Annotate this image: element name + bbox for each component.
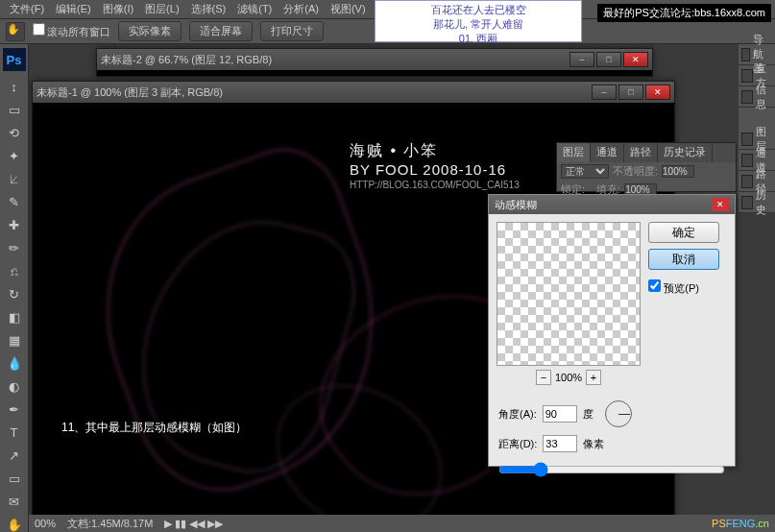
step-caption: 11、其中最上那层动感模糊（如图） — [61, 420, 247, 436]
paths-icon — [741, 175, 753, 188]
dodge-tool[interactable]: ◐ — [3, 375, 26, 397]
history-brush-tool[interactable]: ↻ — [3, 283, 26, 304]
history-icon — [741, 196, 753, 209]
menu-image[interactable]: 图像(I) — [97, 2, 139, 16]
minimize-button[interactable]: – — [569, 52, 594, 67]
cancel-button[interactable]: 取消 — [648, 249, 719, 270]
move-tool[interactable]: ↕ — [3, 76, 26, 97]
type-tool[interactable]: T — [3, 422, 26, 443]
tab-channels[interactable]: 通道 — [591, 143, 624, 162]
info-icon — [741, 90, 753, 104]
eyedropper-tool[interactable]: ✎ — [3, 191, 26, 212]
menu-view[interactable]: 视图(V) — [325, 2, 372, 16]
histogram-icon — [741, 69, 753, 83]
preview-checkbox[interactable]: 预览(P) — [648, 279, 719, 296]
minimize-button[interactable]: – — [592, 85, 617, 100]
bottom-watermark: PSFENG.cn — [712, 516, 769, 530]
print-size-button[interactable]: 打印尺寸 — [260, 21, 324, 41]
watermark-banner: 最好的PS交流论坛:bbs.16xx8.com — [597, 4, 771, 22]
opacity-label: 不透明度: — [613, 164, 658, 179]
shape-tool[interactable]: ▭ — [3, 468, 26, 489]
marquee-tool[interactable]: ▭ — [3, 99, 26, 120]
status-bar: 00% 文档:1.45M/8.17M ▶ ▮▮ ◀◀ ▶▶ — [29, 515, 775, 532]
layers-icon — [741, 133, 753, 146]
notes-tool[interactable]: ✉ — [3, 491, 26, 512]
maximize-button[interactable]: □ — [596, 52, 621, 67]
music-tooltip: 百花还在人去已楼空 那花儿, 常开人难留 01. 西厢 — [375, 0, 582, 42]
brush-tool[interactable]: ✏ — [3, 237, 26, 258]
close-button[interactable]: ✕ — [623, 52, 648, 67]
doc1-title: 未标题-1 @ 100% (图层 3 副本, RGB/8) — [36, 85, 223, 100]
dialog-close-icon[interactable]: ✕ — [712, 198, 729, 211]
document-window-2[interactable]: 未标题-2 @ 66.7% (图层 12, RGB/8) – □ ✕ — [96, 48, 653, 77]
healing-tool[interactable]: ✚ — [3, 214, 26, 235]
angle-input[interactable] — [543, 405, 577, 423]
distance-label: 距离(D): — [498, 437, 537, 451]
stamp-tool[interactable]: ⎌ — [3, 260, 26, 281]
ps-logo-icon: Ps — [3, 48, 26, 71]
preview-thumbnail — [496, 222, 641, 366]
pen-tool[interactable]: ✒ — [3, 399, 26, 420]
opacity-input[interactable] — [662, 165, 694, 178]
playback-controls[interactable]: ▶ ▮▮ ◀◀ ▶▶ — [164, 518, 223, 530]
menu-select[interactable]: 选择(S) — [185, 2, 232, 16]
navigator-icon — [741, 48, 750, 61]
menu-analysis[interactable]: 分析(A) — [278, 2, 325, 16]
menu-file[interactable]: 文件(F) — [4, 2, 50, 16]
tab-paths[interactable]: 路径 — [624, 143, 658, 162]
dialog-title: 动感模糊 — [495, 198, 537, 212]
layers-panel[interactable]: 图层 通道 路径 历史记录 正常 不透明度: 锁定: 填充: — [556, 142, 737, 192]
wand-tool[interactable]: ✦ — [3, 145, 26, 166]
tab-info[interactable]: 信息 — [739, 86, 775, 108]
zoom-readout: 00% — [35, 518, 56, 529]
ok-button[interactable]: 确定 — [648, 222, 719, 243]
angle-unit: 度 — [583, 407, 593, 422]
credit-text: 海贼 • 小笨 BY FOOL 2008-10-16 HTTP://BLOG.1… — [350, 141, 520, 190]
zoom-value: 100% — [555, 372, 582, 383]
channels-icon — [741, 154, 753, 167]
eraser-tool[interactable]: ◧ — [3, 306, 26, 327]
angle-wheel[interactable] — [605, 400, 632, 427]
zoom-out-button[interactable]: − — [536, 370, 551, 385]
doc2-title: 未标题-2 @ 66.7% (图层 12, RGB/8) — [101, 53, 272, 67]
gradient-tool[interactable]: ▦ — [3, 329, 26, 351]
crop-tool[interactable]: ⟀ — [3, 168, 26, 189]
close-button[interactable]: ✕ — [645, 85, 670, 100]
distance-slider[interactable] — [498, 462, 725, 477]
scroll-all-checkbox[interactable]: 滚动所有窗口 — [33, 23, 110, 39]
zoom-in-button[interactable]: + — [586, 370, 601, 385]
hand-tool[interactable]: ✋ — [3, 514, 26, 532]
docsize-readout: 文档:1.45M/8.17M — [67, 517, 153, 531]
motion-blur-dialog[interactable]: 动感模糊 ✕ − 100% + 确定 取消 预览(P) 角度(A): 度 距离(… — [488, 194, 736, 467]
distance-input[interactable] — [543, 435, 577, 452]
fit-screen-button[interactable]: 适合屏幕 — [189, 21, 253, 41]
lasso-tool[interactable]: ⟲ — [3, 122, 26, 143]
menu-filter[interactable]: 滤镜(T) — [231, 2, 278, 16]
tab-history[interactable]: 历史记录 — [658, 143, 713, 162]
distance-unit: 像素 — [583, 437, 604, 451]
blend-mode-select[interactable]: 正常 — [561, 164, 609, 179]
blur-tool[interactable]: 💧 — [3, 352, 26, 374]
actual-pixels-button[interactable]: 实际像素 — [118, 21, 182, 41]
angle-label: 角度(A): — [498, 407, 537, 422]
hand-tool-icon[interactable]: ✋ — [6, 22, 25, 41]
menu-layer[interactable]: 图层(L) — [139, 2, 184, 16]
right-panel-dock: 导航器 直方 信息 图层 通道 路径 历史 — [739, 44, 775, 213]
tab-layers[interactable]: 图层 — [557, 143, 591, 162]
maximize-button[interactable]: □ — [618, 85, 643, 100]
menu-edit[interactable]: 编辑(E) — [50, 2, 97, 16]
toolbox: Ps ↕ ▭ ⟲ ✦ ⟀ ✎ ✚ ✏ ⎌ ↻ ◧ ▦ 💧 ◐ ✒ T ↗ ▭ ✉… — [0, 44, 29, 532]
path-tool[interactable]: ↗ — [3, 445, 26, 466]
tab-history-dock[interactable]: 历史 — [739, 192, 775, 213]
